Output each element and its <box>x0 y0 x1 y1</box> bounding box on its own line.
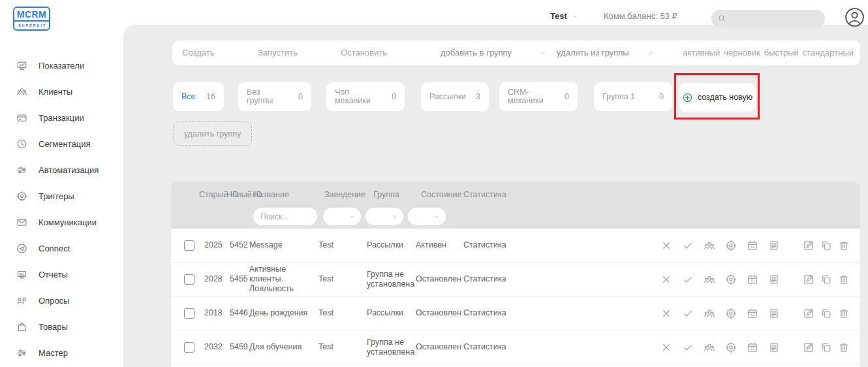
check-icon[interactable] <box>682 342 694 353</box>
copy-icon[interactable] <box>820 274 832 285</box>
group-tab[interactable]: CRM-механики 0 <box>499 82 578 111</box>
sidebar-item-label: Отчеты <box>39 270 68 279</box>
calendar-icon[interactable]: 12 <box>747 240 758 251</box>
svg-text:12: 12 <box>751 245 755 249</box>
doc-icon[interactable] <box>768 342 780 353</box>
target-icon[interactable] <box>725 240 737 251</box>
sidebar-item-target[interactable]: Триггеры <box>0 183 123 209</box>
status-filter[interactable]: быстрый <box>764 40 799 65</box>
group-tab-count: 0 <box>298 92 303 101</box>
sidebar-item-monitor[interactable]: Показатели <box>0 52 123 78</box>
copy-icon[interactable] <box>820 308 832 319</box>
chevron-down-icon[interactable] <box>647 40 655 65</box>
cell-stats-link[interactable]: Статистика <box>463 342 522 352</box>
brand-logo[interactable]: MCRM SUPERKIT <box>13 7 50 31</box>
edit-icon[interactable] <box>803 274 814 285</box>
cancel-icon[interactable] <box>660 274 672 285</box>
users-icon[interactable] <box>704 308 715 319</box>
row-checkbox[interactable] <box>184 308 194 319</box>
delete-icon[interactable] <box>838 240 850 251</box>
sidebar-item-send[interactable]: Connect <box>0 235 123 261</box>
sidebar-item-report[interactable]: Отчеты <box>0 261 123 287</box>
venue-filter-dropdown[interactable] <box>323 208 361 225</box>
target-icon[interactable] <box>725 274 737 285</box>
cell-new-id: 5446 <box>230 308 249 318</box>
cancel-icon[interactable] <box>660 308 672 319</box>
target-icon[interactable] <box>725 308 737 319</box>
cell-group: Рассылки <box>367 240 416 250</box>
doc-icon[interactable] <box>768 274 780 285</box>
edit-icon[interactable] <box>803 342 814 353</box>
delete-group-button[interactable]: удалить группу <box>173 121 252 146</box>
calendar-icon[interactable]: 12 <box>747 308 758 319</box>
sidebar-item-label: Показатели <box>39 61 84 71</box>
target-icon[interactable] <box>725 342 737 353</box>
group-tab[interactable]: Чоп механики 0 <box>326 82 405 111</box>
group-tab[interactable]: Группа 1 0 <box>594 82 672 111</box>
actions-toolbar: Создать Запустить Остановить добавить в … <box>172 40 860 65</box>
sidebar-item-label: Транзакции <box>39 113 84 123</box>
sidebar-nav: Показатели Клиенты Транзакции Сегментаци… <box>0 52 123 366</box>
create-new-group-button[interactable]: создать новую <box>679 83 756 112</box>
sidebar-item-users[interactable]: Клиенты <box>0 78 123 104</box>
delete-icon[interactable] <box>838 308 850 319</box>
check-icon[interactable] <box>682 308 694 319</box>
cell-stats-link[interactable]: Статистика <box>463 274 522 284</box>
status-filter[interactable]: черновик <box>724 40 760 65</box>
group-tab-count: 0 <box>659 92 664 101</box>
group-tab[interactable]: Рассылки 3 <box>421 82 489 111</box>
row-checkbox[interactable] <box>184 240 194 251</box>
profile-avatar[interactable] <box>845 7 865 27</box>
state-filter-dropdown[interactable] <box>408 208 446 225</box>
cancel-icon[interactable] <box>660 240 672 251</box>
cancel-icon[interactable] <box>660 342 672 353</box>
remove-from-group-dropdown[interactable]: удалить из группы <box>557 40 629 65</box>
users-icon[interactable] <box>704 240 715 251</box>
stop-button[interactable]: Остановить <box>341 40 387 65</box>
doc-icon[interactable] <box>768 240 780 251</box>
chevron-down-icon[interactable] <box>540 40 547 65</box>
delete-icon[interactable] <box>838 274 850 285</box>
search-input[interactable] <box>711 10 825 27</box>
name-search-input[interactable] <box>253 208 317 225</box>
sidebar-item-sliders[interactable]: Автоматизация <box>0 157 123 183</box>
create-button[interactable]: Создать <box>182 40 214 65</box>
copy-icon[interactable] <box>820 240 832 251</box>
sidebar-item-bag[interactable]: Товары <box>0 313 123 340</box>
row-checkbox[interactable] <box>184 342 194 353</box>
sidebar-item-card[interactable]: Транзакции <box>0 104 123 131</box>
column-venue: Заведение <box>324 190 365 199</box>
cell-new-id: 5452 <box>230 240 249 250</box>
table-row: 2018 5446 День рождения Test Рассылки Ос… <box>171 296 860 330</box>
start-button[interactable]: Запустить <box>258 40 298 65</box>
check-icon[interactable] <box>682 274 694 285</box>
sidebar-item-clock[interactable]: Сегментация <box>0 131 123 157</box>
check-icon[interactable] <box>682 240 694 251</box>
sidebar-item-mail[interactable]: Коммуникации <box>0 209 123 235</box>
status-filters: активныйчерновикбыстрыйстандартный <box>683 40 854 65</box>
status-filter[interactable]: активный <box>683 40 720 65</box>
delete-icon[interactable] <box>838 342 850 353</box>
row-checkbox[interactable] <box>184 274 194 285</box>
clock-icon <box>16 138 27 150</box>
doc-icon[interactable] <box>768 308 780 319</box>
add-to-group-dropdown[interactable]: добавить в группу <box>441 40 512 65</box>
calendar-icon[interactable]: 12 <box>747 342 758 353</box>
cell-stats-link[interactable]: Статистика <box>463 240 522 250</box>
cell-old-id: 2018 <box>204 308 230 318</box>
cell-venue: Test <box>318 308 367 318</box>
venue-selector[interactable]: Test <box>550 11 578 21</box>
sidebar-item-sliders[interactable]: Мастер <box>0 340 123 366</box>
cell-stats-link[interactable]: Статистика <box>463 308 522 318</box>
group-tab[interactable]: Все 16 <box>173 82 224 111</box>
users-icon[interactable] <box>704 274 715 285</box>
edit-icon[interactable] <box>803 240 814 251</box>
calendar-icon[interactable]: 12 <box>747 274 758 285</box>
copy-icon[interactable] <box>820 342 832 353</box>
sidebar-item-survey[interactable]: Опросы <box>0 287 123 313</box>
users-icon[interactable] <box>704 342 715 353</box>
edit-icon[interactable] <box>803 308 814 319</box>
group-tab[interactable]: Без группы 0 <box>238 82 311 111</box>
group-filter-dropdown[interactable] <box>365 208 403 225</box>
status-filter[interactable]: стандартный <box>803 40 854 65</box>
